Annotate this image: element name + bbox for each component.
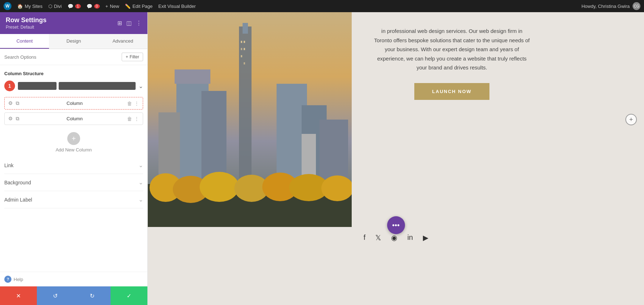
copy-icon-1[interactable]: ⧉	[16, 100, 19, 106]
row-settings-panel: Row Settings Preset: Default ⊞ ◫ ⋮ Conte…	[0, 12, 148, 305]
accordion-link: Link ⌄	[4, 157, 143, 174]
new-comment-badge: 0	[94, 4, 100, 9]
comments-menu[interactable]: 💬 1	[68, 4, 81, 9]
comments-badge: 1	[75, 4, 81, 9]
help-icon[interactable]: ?	[4, 276, 11, 283]
column-row-2-label: Column	[22, 116, 127, 121]
add-column-button[interactable]: + Add New Column	[4, 128, 143, 157]
linkedin-icon[interactable]: in	[407, 233, 413, 242]
column-row-1-icons: ⚙ ⧉	[8, 100, 19, 106]
city-image	[148, 12, 352, 227]
help-label: Help	[14, 277, 23, 282]
twitter-icon[interactable]: 𝕏	[375, 233, 381, 242]
column-bar-1	[18, 82, 57, 90]
copy-icon-2[interactable]: ⧉	[16, 116, 19, 122]
svg-point-14	[200, 172, 239, 202]
cancel-icon: ✕	[16, 292, 21, 299]
column-badge: 1	[4, 81, 15, 91]
fab-area: •••	[148, 248, 644, 284]
column-row-2-actions: 🗑 ⋮	[127, 116, 139, 122]
svg-rect-2	[243, 23, 248, 34]
search-input[interactable]	[4, 54, 119, 60]
instagram-icon[interactable]: ◉	[391, 233, 397, 242]
save-icon: ✓	[127, 292, 131, 299]
right-text-panel: in professional web design services. Our…	[352, 12, 552, 227]
column-bars	[18, 82, 136, 90]
panel-content: Column Structure 1 ⌄ ⚙ ⧉ Column 🗑 ⋮	[0, 65, 147, 272]
accordion-link-header[interactable]: Link ⌄	[4, 162, 143, 169]
column-row-2-icons: ⚙ ⧉	[8, 116, 19, 122]
svg-rect-20	[244, 41, 245, 43]
my-sites-menu[interactable]: 🏠 My Sites	[17, 4, 43, 9]
settings-icon-2[interactable]: ⚙	[8, 116, 13, 122]
accordion-admin-label-header[interactable]: Admin Label ⌄	[4, 196, 143, 203]
home-icon: 🏠	[17, 4, 23, 9]
column-row-1: ⚙ ⧉ Column 🗑 ⋮	[4, 97, 143, 110]
divi-icon: ⬡	[48, 4, 52, 9]
admin-bar: W 🏠 My Sites ⬡ Divi 💬 1 💬 0 + New ✏️ Edi…	[0, 0, 644, 12]
delete-icon-1[interactable]: 🗑	[127, 101, 132, 106]
redo-button[interactable]: ↻	[74, 286, 111, 305]
save-button[interactable]: ✓	[111, 286, 147, 305]
svg-rect-23	[241, 55, 242, 57]
floating-action-button[interactable]: •••	[387, 216, 405, 234]
add-column-circle-icon: +	[67, 132, 80, 145]
undo-icon: ↺	[53, 292, 58, 299]
filter-icon: +	[126, 54, 128, 59]
column-arrow-icon[interactable]: ⌄	[138, 83, 143, 89]
plus-icon: +	[106, 4, 108, 9]
accordion-admin-label: Admin Label ⌄	[4, 191, 143, 208]
svg-rect-22	[244, 48, 245, 50]
accordion-background-header[interactable]: Background ⌄	[4, 179, 143, 186]
delete-icon-2[interactable]: 🗑	[127, 116, 132, 122]
svg-rect-19	[241, 41, 242, 43]
wp-logo-icon[interactable]: W	[4, 2, 11, 10]
user-avatar: CG	[633, 2, 640, 10]
pencil-icon: ✏️	[125, 4, 131, 9]
more-icon-1[interactable]: ⋮	[134, 101, 139, 106]
background-label: Background	[4, 180, 31, 185]
divi-menu[interactable]: ⬡ Divi	[48, 4, 62, 9]
fab-dots-icon: •••	[392, 221, 400, 229]
link-chevron-icon: ⌄	[138, 162, 143, 169]
filter-button[interactable]: + Filter	[122, 53, 143, 61]
column-row-1-label: Column	[22, 101, 127, 106]
new-comment-icon: 💬	[87, 4, 92, 9]
launch-now-button[interactable]: LAUNCH NOW	[414, 83, 489, 100]
link-label: Link	[4, 163, 14, 168]
undo-button[interactable]: ↺	[37, 286, 74, 305]
svg-rect-24	[244, 62, 245, 64]
admin-user[interactable]: Howdy, Christina Gwira CG	[581, 2, 640, 10]
split-icon[interactable]: ◫	[126, 20, 132, 26]
column-row-1-actions: 🗑 ⋮	[127, 101, 139, 106]
panel-header: Row Settings Preset: Default ⊞ ◫ ⋮	[0, 12, 147, 34]
comment-icon: 💬	[68, 4, 73, 9]
youtube-icon[interactable]: ▶	[423, 233, 428, 242]
admin-label-label: Admin Label	[4, 197, 32, 203]
edit-page-menu[interactable]: ✏️ Edit Page	[125, 4, 152, 9]
maximize-icon[interactable]: ⊞	[117, 20, 122, 26]
add-section-button[interactable]: +	[625, 114, 637, 125]
panel-preset[interactable]: Preset: Default	[6, 25, 47, 30]
tab-content[interactable]: Content	[0, 34, 49, 49]
new-comment-menu[interactable]: 💬 0	[87, 4, 100, 9]
search-bar: + Filter	[0, 49, 147, 65]
more-icon[interactable]: ⋮	[136, 20, 142, 26]
column-structure-title: Column Structure	[4, 71, 143, 76]
admin-label-chevron-icon: ⌄	[138, 196, 143, 203]
more-icon-2[interactable]: ⋮	[134, 116, 139, 122]
tab-design[interactable]: Design	[49, 34, 98, 49]
new-menu[interactable]: + New	[106, 4, 119, 9]
exit-builder-menu[interactable]: Exit Visual Builder	[158, 4, 196, 9]
background-chevron-icon: ⌄	[138, 179, 143, 186]
tab-advanced[interactable]: Advanced	[98, 34, 147, 49]
cancel-button[interactable]: ✕	[0, 286, 37, 305]
settings-icon-1[interactable]: ⚙	[8, 100, 13, 106]
accordion-background: Background ⌄	[4, 174, 143, 191]
column-bar-2	[59, 82, 136, 90]
page-body-text: in professional web design services. Our…	[373, 26, 531, 72]
add-section-icon: +	[629, 116, 633, 124]
panel-title: Row Settings	[6, 16, 47, 24]
facebook-icon[interactable]: f	[364, 233, 366, 242]
column-structure: 1 ⌄	[4, 81, 143, 91]
